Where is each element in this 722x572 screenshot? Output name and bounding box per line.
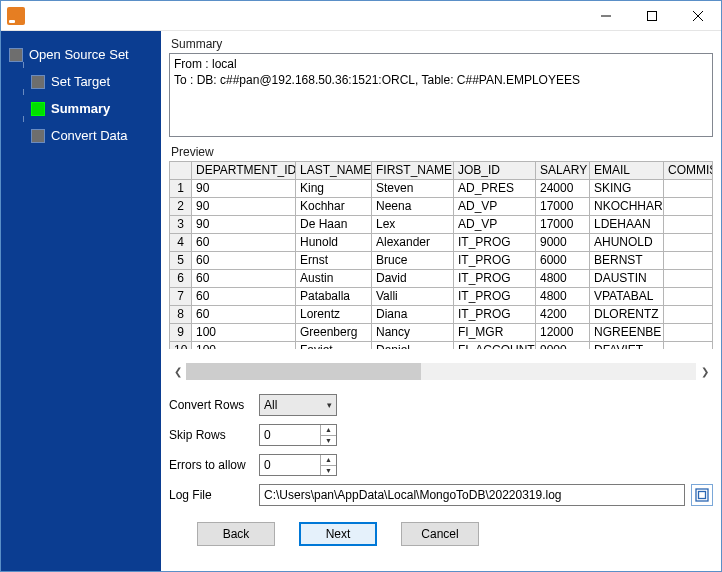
table-cell: 24000 xyxy=(536,180,590,198)
scroll-track[interactable] xyxy=(186,363,696,380)
step-icon-active xyxy=(31,102,45,116)
column-header[interactable]: JOB_ID xyxy=(454,162,536,180)
table-cell: FI_ACCOUNT xyxy=(454,342,536,350)
table-cell: Lex xyxy=(372,216,454,234)
row-number-cell: 9 xyxy=(170,324,192,342)
column-header[interactable]: COMMIS xyxy=(664,162,713,180)
step-icon xyxy=(31,75,45,89)
wizard-sidebar: Open Source Set Set Target Summary Conve… xyxy=(1,31,161,571)
convert-rows-label: Convert Rows xyxy=(169,398,259,412)
step-up-icon[interactable]: ▲ xyxy=(321,455,336,466)
row-number-cell: 8 xyxy=(170,306,192,324)
table-cell: David xyxy=(372,270,454,288)
titlebar xyxy=(1,1,721,31)
back-button[interactable]: Back xyxy=(197,522,275,546)
sidebar-item-convert-data[interactable]: Convert Data xyxy=(1,122,161,149)
step-down-icon[interactable]: ▼ xyxy=(321,436,336,446)
row-number-cell: 1 xyxy=(170,180,192,198)
next-button[interactable]: Next xyxy=(299,522,377,546)
close-button[interactable] xyxy=(675,1,721,30)
table-cell: IT_PROG xyxy=(454,270,536,288)
cancel-button[interactable]: Cancel xyxy=(401,522,479,546)
row-number-header xyxy=(170,162,192,180)
minimize-button[interactable] xyxy=(583,1,629,30)
table-cell: IT_PROG xyxy=(454,234,536,252)
log-file-field[interactable]: C:\Users\pan\AppData\Local\MongoToDB\202… xyxy=(259,484,685,506)
column-header[interactable]: DEPARTMENT_ID xyxy=(192,162,296,180)
table-cell: FI_MGR xyxy=(454,324,536,342)
column-header[interactable]: LAST_NAME xyxy=(296,162,372,180)
step-up-icon[interactable]: ▲ xyxy=(321,425,336,436)
scroll-thumb[interactable] xyxy=(186,363,421,380)
table-cell: 9000 xyxy=(536,234,590,252)
sidebar-item-label: Open Source Set xyxy=(29,47,129,62)
browse-log-file-button[interactable] xyxy=(691,484,713,506)
table-cell xyxy=(664,198,713,216)
errors-allow-value: 0 xyxy=(264,458,320,472)
summary-textarea[interactable]: From : local To : DB: c##pan@192.168.50.… xyxy=(169,53,713,137)
convert-rows-select[interactable]: All ▾ xyxy=(259,394,337,416)
table-row[interactable]: 860LorentzDianaIT_PROG4200DLORENTZ xyxy=(170,306,713,324)
table-cell: Austin xyxy=(296,270,372,288)
convert-rows-value: All xyxy=(264,398,277,412)
step-down-icon[interactable]: ▼ xyxy=(321,466,336,476)
table-row[interactable]: 290KochharNeenaAD_VP17000NKOCHHAR xyxy=(170,198,713,216)
table-row[interactable]: 9100GreenbergNancyFI_MGR12000NGREENBE xyxy=(170,324,713,342)
table-cell: Neena xyxy=(372,198,454,216)
table-cell: AD_PRES xyxy=(454,180,536,198)
table-cell xyxy=(664,270,713,288)
preview-section-label: Preview xyxy=(171,145,713,159)
table-cell: VPATABAL xyxy=(590,288,664,306)
sidebar-item-label: Summary xyxy=(51,101,110,116)
maximize-button[interactable] xyxy=(629,1,675,30)
table-cell: Diana xyxy=(372,306,454,324)
table-cell: SKING xyxy=(590,180,664,198)
table-cell: King xyxy=(296,180,372,198)
log-file-label: Log File xyxy=(169,488,259,502)
table-cell: Bruce xyxy=(372,252,454,270)
table-cell: Hunold xyxy=(296,234,372,252)
chevron-down-icon: ▾ xyxy=(327,400,332,410)
scroll-left-icon[interactable]: ❮ xyxy=(169,363,186,380)
table-cell: 4800 xyxy=(536,288,590,306)
row-number-cell: 6 xyxy=(170,270,192,288)
table-row[interactable]: 390De HaanLexAD_VP17000LDEHAAN xyxy=(170,216,713,234)
table-cell xyxy=(664,324,713,342)
preview-table[interactable]: DEPARTMENT_ID LAST_NAME FIRST_NAME JOB_I… xyxy=(169,161,713,349)
sidebar-item-label: Convert Data xyxy=(51,128,128,143)
table-cell: 60 xyxy=(192,234,296,252)
table-cell xyxy=(664,342,713,350)
table-row[interactable]: 10100FavietDanielFI_ACCOUNT9000DFAVIET xyxy=(170,342,713,350)
row-number-cell: 4 xyxy=(170,234,192,252)
errors-allow-stepper[interactable]: 0 ▲ ▼ xyxy=(259,454,337,476)
scroll-right-icon[interactable]: ❯ xyxy=(696,363,713,380)
table-cell xyxy=(664,234,713,252)
table-cell: Lorentz xyxy=(296,306,372,324)
options-form: Convert Rows All ▾ Skip Rows 0 ▲ ▼ xyxy=(169,394,713,514)
sidebar-item-label: Set Target xyxy=(51,74,110,89)
column-header[interactable]: SALARY xyxy=(536,162,590,180)
table-cell: 100 xyxy=(192,342,296,350)
table-row[interactable]: 460HunoldAlexanderIT_PROG9000AHUNOLD xyxy=(170,234,713,252)
horizontal-scrollbar[interactable]: ❮ ❯ xyxy=(169,363,713,380)
sidebar-item-summary[interactable]: Summary xyxy=(1,95,161,122)
sidebar-item-open-source-set[interactable]: Open Source Set xyxy=(1,41,161,68)
column-header[interactable]: FIRST_NAME xyxy=(372,162,454,180)
table-row[interactable]: 560ErnstBruceIT_PROG6000BERNST xyxy=(170,252,713,270)
table-cell: AHUNOLD xyxy=(590,234,664,252)
table-cell: IT_PROG xyxy=(454,252,536,270)
table-cell: Steven xyxy=(372,180,454,198)
table-row[interactable]: 760PataballaValliIT_PROG4800VPATABAL xyxy=(170,288,713,306)
row-number-cell: 3 xyxy=(170,216,192,234)
sidebar-item-set-target[interactable]: Set Target xyxy=(1,68,161,95)
table-cell: 12000 xyxy=(536,324,590,342)
table-row[interactable]: 660AustinDavidIT_PROG4800DAUSTIN xyxy=(170,270,713,288)
table-cell xyxy=(664,252,713,270)
skip-rows-stepper[interactable]: 0 ▲ ▼ xyxy=(259,424,337,446)
errors-allow-label: Errors to allow xyxy=(169,458,259,472)
table-row[interactable]: 190KingStevenAD_PRES24000SKING xyxy=(170,180,713,198)
column-header[interactable]: EMAIL xyxy=(590,162,664,180)
table-cell xyxy=(664,306,713,324)
table-cell: NKOCHHAR xyxy=(590,198,664,216)
table-cell: 4200 xyxy=(536,306,590,324)
